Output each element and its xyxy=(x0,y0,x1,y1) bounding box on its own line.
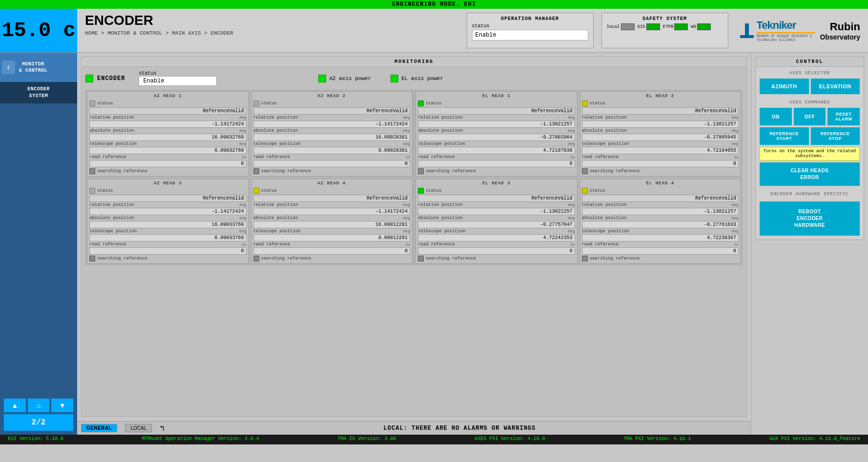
az-head-2-status-row: status xyxy=(253,100,411,106)
az-head-1-abs-value: 16.09032769 xyxy=(89,134,247,141)
sidebar-nav-monitor-control[interactable]: ‹ MONITOR & CONTROL xyxy=(0,53,77,82)
monitoring-panel: MONITORING ENCODER status Enable AZ axis… xyxy=(81,57,747,417)
control-panel: CONTROL AXES SELECTOR AZIMUTH ELEVATION … xyxy=(755,57,864,240)
safety-title: SAFETY SYSTEM xyxy=(607,16,723,21)
reference-stop-button[interactable]: REFERENCE STOP xyxy=(811,127,860,145)
axis-power-row: AZ axis power EL axis power xyxy=(318,75,443,82)
safety-system-panel: SAFETY SYSTEM local GIS ETPB WD xyxy=(601,13,728,48)
sidebar-item-encoder-system[interactable]: ENCODER SYSTEM xyxy=(0,82,77,103)
back-arrow-icon[interactable]: ‹ xyxy=(2,60,15,74)
az-head-3: AZ HEAD 3 status ReferenceValid relative… xyxy=(87,179,249,264)
tekniker-sub-text: MEMBER OF BASQUE RESEARCH & TECHNOLOGY A… xyxy=(757,34,815,42)
az-bottom-row: AZ HEAD 3 status ReferenceValid relative… xyxy=(86,178,413,265)
az-head-1-rel-value: -1.14172424 xyxy=(89,121,247,128)
rubin-text: Rubin xyxy=(830,20,860,33)
status-message: LOCAL: THERE ARE NO ALARMS OR WARNINGS xyxy=(172,425,747,432)
off-button[interactable]: OFF xyxy=(794,108,826,125)
tekniker-line xyxy=(757,32,815,34)
local-indicator-led xyxy=(621,23,635,30)
wd-indicator-led xyxy=(697,23,711,30)
el-power-label: EL axis power xyxy=(401,76,443,81)
nav-up-button[interactable]: ▲ xyxy=(4,399,26,412)
az-head-1-title: AZ HEAD 1 xyxy=(89,94,247,99)
version-eui: EUI Version: 5.10.0 xyxy=(8,436,63,443)
az-axis-power: AZ axis power xyxy=(318,75,371,82)
gis-indicator-led xyxy=(646,23,660,30)
heads-grid: AZ HEAD 1 status ReferenceValid relative… xyxy=(85,90,743,265)
op-status-label: status xyxy=(472,23,588,29)
encoder-status-row: ENCODER status Enable AZ axis power EL a… xyxy=(85,71,743,86)
op-manager-title: OPERATION MANAGER xyxy=(472,16,588,21)
elevation-button[interactable]: ELEVATION xyxy=(811,79,860,94)
el-head-2: EL HEAD 2 status ReferenceValid relative… xyxy=(579,91,742,177)
version-tma-is: TMA IS Version: 3.00 xyxy=(338,436,396,443)
logo-section: Tekniker MEMBER OF BASQUE RESEARCH & TEC… xyxy=(732,9,868,52)
safety-indicators: local GIS ETPB WD xyxy=(607,23,723,30)
az-head-1-searching-row: searching reference xyxy=(89,168,247,174)
az-head-1-rel-pos-row: relative position deg xyxy=(89,115,247,120)
control-body: AXES SELECTOR AZIMUTH ELEVATION AXES COM… xyxy=(756,67,864,240)
el-axis-power: EL axis power xyxy=(391,75,443,82)
el-head-3: EL HEAD 3 status ReferenceValid relative… xyxy=(415,179,578,264)
az-head-4: AZ HEAD 4 status ReferenceValid relative… xyxy=(251,179,413,264)
az-head-1-tel-value: 6.09032769 xyxy=(89,147,247,154)
indicator-etpb: ETPB xyxy=(663,23,688,30)
etpb-indicator-led xyxy=(674,23,688,30)
cursor-icon[interactable]: ↰ xyxy=(160,423,165,433)
observatory-text: Observatory xyxy=(820,33,860,41)
reference-start-button[interactable]: REFERENCE START xyxy=(760,127,809,145)
center-content: MONITORING ENCODER status Enable AZ axis… xyxy=(77,53,751,435)
az-power-led xyxy=(318,75,326,82)
axes-commands: AXES COMMANDS ON OFF RESET ALARM REFEREN… xyxy=(760,100,860,186)
indicator-gis: GIS xyxy=(638,23,660,30)
az-head-1-status-row: status xyxy=(89,100,247,106)
on-button[interactable]: ON xyxy=(760,108,792,125)
control-title: CONTROL xyxy=(756,57,864,67)
engineering-mode-banner: ENGINEERING MODE. EUI xyxy=(0,0,868,9)
az-head-1-status-value: ReferenceValid xyxy=(89,107,247,115)
tekniker-logo: Tekniker MEMBER OF BASQUE RESEARCH & TEC… xyxy=(740,19,815,42)
axes-selector-title: AXES SELECTOR xyxy=(760,71,860,76)
az-head-2-status-value: ReferenceValid xyxy=(253,107,411,115)
on-off-reset-row: ON OFF RESET ALARM xyxy=(760,108,860,125)
encoder-hw-specific: ENCODER HARDWARE SPECIFIC REBOOT ENCODER… xyxy=(760,192,860,236)
az-heads-group: AZ HEAD 1 status ReferenceValid relative… xyxy=(85,90,414,265)
nav-home-button[interactable]: ⌂ xyxy=(28,399,50,412)
azimuth-button[interactable]: AZIMUTH xyxy=(760,79,809,94)
az-head-1-status-led xyxy=(89,100,95,106)
indicator-local: local xyxy=(607,23,635,30)
tab-local[interactable]: LOCAL xyxy=(125,424,152,432)
page-title: ENCODER xyxy=(85,13,455,28)
encoder-status-led xyxy=(85,75,93,82)
nav-arrows: ▲ ⌂ ▼ xyxy=(4,399,73,412)
version-bar: EUI Version: 5.10.0 MTMount Operation Ma… xyxy=(0,435,868,444)
az-head-1-ref-value: 0 xyxy=(89,160,247,167)
on-tooltip: Turns on the system and the related subs… xyxy=(760,147,860,161)
version-tma-pxi: TMA PXI Version: 4.18.1 xyxy=(623,436,691,443)
el-heads-group: EL HEAD 1 status ReferenceValid relative… xyxy=(414,90,743,265)
bottom-bar: GENERAL LOCAL ↰ LOCAL: THERE ARE NO ALAR… xyxy=(77,421,751,435)
reboot-encoder-button[interactable]: REBOOT ENCODER HARDWARE xyxy=(760,201,860,236)
title-section: ENCODER HOME > MONITOR & CONTROL > MAIN … xyxy=(77,9,463,52)
clear-heads-error-button[interactable]: CLEAR HEADS ERROR xyxy=(760,162,860,186)
tab-general[interactable]: GENERAL xyxy=(81,424,117,432)
az-head-2-status-led xyxy=(253,100,259,106)
rubin-logo: Rubin Observatory xyxy=(820,20,860,41)
encoder-status-value: Enable xyxy=(139,76,217,86)
page-indicator: 2/2 xyxy=(4,414,73,431)
sidebar-bottom: ▲ ⌂ ▼ 2/2 xyxy=(0,395,77,435)
encoder-status-label: status xyxy=(139,71,217,76)
az-top-row: AZ HEAD 1 status ReferenceValid relative… xyxy=(86,90,413,178)
el-top-row: EL HEAD 1 status ReferenceValid relative… xyxy=(414,90,742,178)
sidebar: ‹ MONITOR & CONTROL ENCODER SYSTEM ▲ ⌂ ▼… xyxy=(0,53,77,435)
reset-alarm-button[interactable]: RESET ALARM xyxy=(827,108,860,125)
nav-down-button[interactable]: ▼ xyxy=(51,399,73,412)
axis-buttons: AZIMUTH ELEVATION xyxy=(760,79,860,94)
ref-buttons-row: REFERENCE START REFERENCE STOP xyxy=(760,127,860,145)
monitoring-title: MONITORING xyxy=(82,57,746,67)
op-status-value: Enable xyxy=(472,30,588,40)
temperature-value: 15.0 c xyxy=(1,19,75,42)
sidebar-nav-label: MONITOR & CONTROL xyxy=(19,61,48,74)
sidebar-active-label: ENCODER SYSTEM xyxy=(27,86,50,99)
header: 15.0 c ENCODER HOME > MONITOR & CONTROL … xyxy=(0,9,868,53)
